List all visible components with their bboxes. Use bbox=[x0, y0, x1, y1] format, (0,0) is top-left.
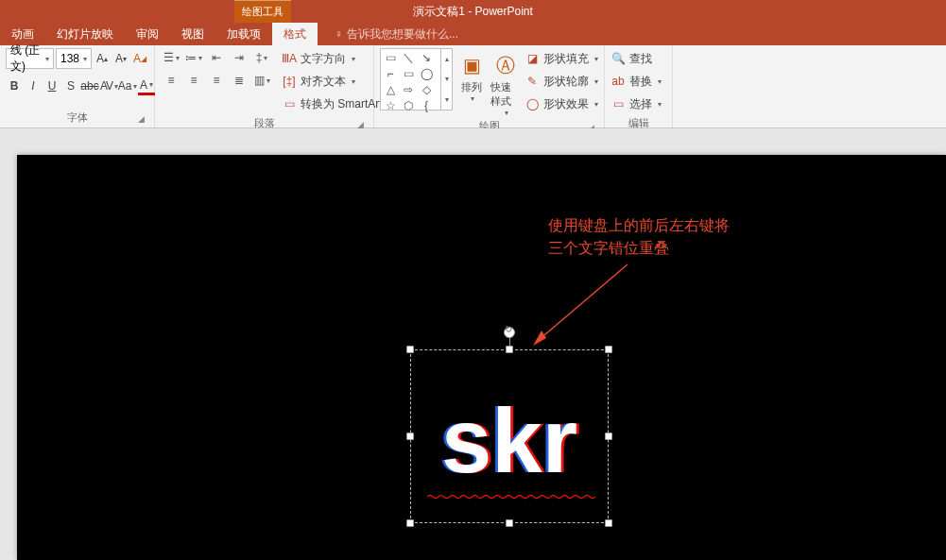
shape-textbox-icon[interactable]: ▭ bbox=[383, 51, 398, 64]
resize-handle-tr[interactable] bbox=[605, 346, 612, 353]
font-name-combo[interactable]: 线 (正文)▾ bbox=[6, 48, 54, 69]
shape-hexagon-icon[interactable]: ⬡ bbox=[401, 99, 416, 112]
tab-format[interactable]: 格式 bbox=[272, 22, 318, 47]
shrink-font-button[interactable]: A▾ bbox=[112, 49, 129, 68]
numbering-button[interactable]: ≔▾ bbox=[183, 48, 204, 67]
font-size-combo[interactable]: 138▾ bbox=[56, 48, 92, 69]
annotation-arrow-icon bbox=[533, 261, 637, 346]
shape-line-icon[interactable]: ＼ bbox=[401, 51, 416, 64]
bold-button[interactable]: B bbox=[6, 76, 23, 95]
shape-outline-button[interactable]: ✎形状轮廓▾ bbox=[525, 71, 598, 92]
shape-rect-icon[interactable]: ▭ bbox=[401, 67, 416, 80]
align-left-button[interactable]: ≡ bbox=[161, 71, 181, 90]
tab-review[interactable]: 审阅 bbox=[125, 22, 170, 47]
line-spacing-button[interactable]: ‡▾ bbox=[251, 48, 272, 67]
shape-right-arrow-icon[interactable]: ⇨ bbox=[401, 83, 416, 96]
spellcheck-underline bbox=[427, 489, 595, 491]
resize-handle-bl[interactable] bbox=[406, 519, 414, 527]
quick-styles-icon: Ⓐ bbox=[490, 50, 521, 80]
strikethrough-button[interactable]: abc bbox=[81, 76, 98, 95]
char-spacing-button[interactable]: AV▾ bbox=[100, 76, 117, 95]
rotation-icon: ↻ bbox=[505, 324, 512, 334]
shape-oval-icon[interactable]: ◯ bbox=[419, 67, 434, 80]
slide-canvas[interactable]: 使用键盘上的前后左右键将 三个文字错位重叠 ↻ skr skr bbox=[17, 155, 946, 560]
workspace: 使用键盘上的前后左右键将 三个文字错位重叠 ↻ skr skr bbox=[0, 128, 946, 560]
columns-button[interactable]: ▥▾ bbox=[251, 71, 272, 90]
clear-formatting-button[interactable]: A◢ bbox=[131, 49, 148, 68]
contextual-tab-drawing-tools: 绘图工具 bbox=[234, 0, 291, 23]
shape-connector-icon[interactable]: ⌐ bbox=[383, 67, 398, 80]
title-bar: 演示文稿1 - PowerPoint 绘图工具 bbox=[0, 0, 946, 23]
shape-effects-button[interactable]: ◯形状效果▾ bbox=[525, 93, 598, 114]
justify-button[interactable]: ≣ bbox=[229, 71, 249, 90]
shape-arrow-icon[interactable]: ↘ bbox=[419, 51, 434, 64]
tell-me-placeholder: 告诉我您想要做什么... bbox=[347, 26, 458, 42]
arrange-button[interactable]: ▣ 排列▾ bbox=[456, 48, 487, 117]
pen-icon: ✎ bbox=[525, 75, 540, 88]
group-drawing: ▭ ＼ ↘ ⌐ ▭ ◯ △ ⇨ ◇ ☆ ⬡ { ▴▾▾ ▣ 排列▾ Ⓐ 快速样式… bbox=[374, 45, 605, 127]
ribbon: 线 (正文)▾ 138▾ A▴ A▾ A◢ B I U S abc AV▾ Aa… bbox=[0, 45, 946, 128]
quick-styles-button[interactable]: Ⓐ 快速样式▾ bbox=[490, 48, 521, 117]
replace-icon: ab bbox=[611, 75, 626, 88]
text-direction-icon: ⅢA bbox=[282, 52, 297, 65]
grow-font-button[interactable]: A▴ bbox=[94, 49, 111, 68]
annotation-text: 使用键盘上的前后左右键将 三个文字错位重叠 bbox=[548, 214, 730, 260]
increase-indent-button[interactable]: ⇥ bbox=[229, 48, 249, 67]
group-label-font: 字体◢ bbox=[6, 109, 148, 127]
replace-button[interactable]: ab替换▾ bbox=[611, 71, 662, 92]
resize-handle-b[interactable] bbox=[506, 519, 513, 527]
font-color-button[interactable]: A▾ bbox=[138, 76, 155, 95]
arrange-icon: ▣ bbox=[456, 50, 487, 80]
shapes-gallery-expand[interactable]: ▴▾▾ bbox=[440, 49, 452, 110]
shape-brace-icon[interactable]: { bbox=[419, 99, 434, 112]
italic-button[interactable]: I bbox=[25, 76, 42, 95]
resize-handle-r[interactable] bbox=[605, 433, 612, 440]
effects-icon: ◯ bbox=[525, 97, 540, 110]
text-content[interactable]: skr skr skr bbox=[429, 387, 590, 495]
select-button[interactable]: ▭选择▾ bbox=[611, 93, 662, 114]
shadow-button[interactable]: S bbox=[62, 76, 79, 95]
shape-star-icon[interactable]: ☆ bbox=[383, 99, 398, 112]
decrease-indent-button[interactable]: ⇤ bbox=[206, 48, 227, 67]
resize-handle-br[interactable] bbox=[605, 519, 612, 527]
bucket-icon: ◪ bbox=[525, 52, 540, 65]
group-paragraph: ☰▾ ≔▾ ⇤ ⇥ ‡▾ ≡ ≡ ≡ ≣ ▥▾ ⅢA文字方向▾ [‡]对齐文本▾… bbox=[155, 45, 374, 127]
search-icon: 🔍 bbox=[611, 52, 626, 65]
align-text-icon: [‡] bbox=[282, 75, 297, 88]
shape-fill-button[interactable]: ◪形状填充▾ bbox=[525, 48, 598, 69]
change-case-button[interactable]: Aa▾ bbox=[119, 76, 136, 95]
svg-marker-1 bbox=[533, 331, 546, 346]
group-font: 线 (正文)▾ 138▾ A▴ A▾ A◢ B I U S abc AV▾ Aa… bbox=[0, 45, 155, 127]
find-button[interactable]: 🔍查找 bbox=[611, 48, 662, 69]
window-title: 演示文稿1 - PowerPoint bbox=[413, 4, 533, 20]
selected-textbox[interactable]: ↻ skr skr skr bbox=[410, 349, 609, 523]
tab-addins[interactable]: 加载项 bbox=[215, 22, 272, 47]
group-editing: 🔍查找 ab替换▾ ▭选择▾ 编辑 bbox=[605, 45, 673, 127]
lightbulb-icon: ♀ bbox=[335, 27, 343, 41]
shape-diamond-icon[interactable]: ◇ bbox=[419, 83, 434, 96]
align-right-button[interactable]: ≡ bbox=[206, 71, 227, 90]
text-layer-white: skr bbox=[441, 390, 577, 491]
shapes-gallery[interactable]: ▭ ＼ ↘ ⌐ ▭ ◯ △ ⇨ ◇ ☆ ⬡ { ▴▾▾ bbox=[380, 48, 453, 110]
tab-view[interactable]: 视图 bbox=[170, 22, 215, 47]
underline-button[interactable]: U bbox=[43, 76, 60, 95]
bullets-button[interactable]: ☰▾ bbox=[161, 48, 181, 67]
select-icon: ▭ bbox=[611, 97, 626, 110]
resize-handle-t[interactable] bbox=[506, 346, 513, 353]
font-dialog-launcher[interactable]: ◢ bbox=[135, 114, 146, 126]
svg-line-0 bbox=[539, 264, 628, 340]
tell-me-search[interactable]: ♀ 告诉我您想要做什么... bbox=[335, 26, 458, 42]
smartart-icon: ▭ bbox=[282, 97, 297, 110]
ribbon-tabs: 动画 幻灯片放映 审阅 视图 加载项 格式 ♀ 告诉我您想要做什么... bbox=[0, 23, 946, 45]
align-center-button[interactable]: ≡ bbox=[183, 71, 204, 90]
resize-handle-tl[interactable] bbox=[406, 346, 414, 353]
tab-slideshow[interactable]: 幻灯片放映 bbox=[45, 22, 125, 47]
resize-handle-l[interactable] bbox=[406, 433, 414, 440]
shape-triangle-icon[interactable]: △ bbox=[383, 83, 398, 96]
